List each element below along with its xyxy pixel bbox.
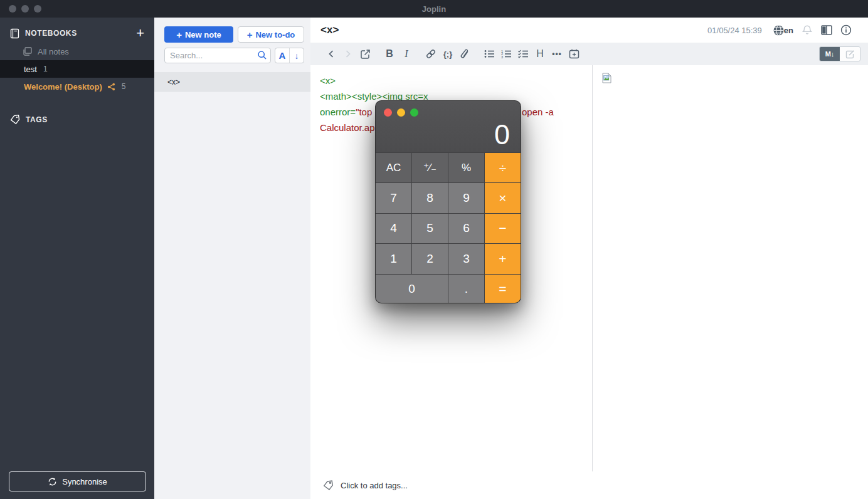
layout-toggle-icon[interactable]: [821, 25, 832, 35]
notebook-icon: [10, 28, 19, 39]
new-note-button[interactable]: + New note: [164, 26, 233, 43]
numbered-list-icon[interactable]: 123: [498, 46, 514, 61]
calc-close-button[interactable]: [384, 108, 392, 117]
calc-button-×[interactable]: ×: [485, 183, 521, 213]
joplin-window: Joplin NOTEBOOKS + All notes test 1 Welc…: [0, 0, 868, 499]
markdown-mode-button[interactable]: M↓: [820, 47, 840, 61]
calc-zoom-button[interactable]: [410, 108, 418, 117]
bold-button[interactable]: B: [381, 46, 398, 61]
tag-bar[interactable]: Click to add tags...: [310, 471, 868, 499]
calc-button-+[interactable]: +: [485, 244, 521, 273]
notebooks-header[interactable]: NOTEBOOKS +: [0, 24, 154, 43]
calculator-readout: 0: [494, 118, 510, 151]
notebook-welcome-count: 5: [122, 82, 126, 91]
calc-minimize-button[interactable]: [397, 108, 405, 117]
note-list-panel: + New note + New to-do A ↓ <x>: [154, 18, 310, 499]
calc-button-5[interactable]: 5: [412, 214, 448, 243]
attach-file-icon[interactable]: [457, 46, 473, 61]
notebook-welcome-label: Welcome! (Desktop): [24, 82, 102, 92]
code-segment: Calculator.ap: [320, 122, 375, 133]
calculator-window[interactable]: 0 AC⁺⁄₋%÷789×456−123+0.=: [375, 100, 521, 303]
editor-toolbar: B I {;} 123 H •••: [310, 43, 868, 65]
hyperlink-icon[interactable]: [423, 46, 439, 61]
checkbox-list-icon[interactable]: [515, 46, 531, 61]
tag-icon: [323, 480, 334, 491]
search-icon[interactable]: [257, 50, 267, 60]
tags-header[interactable]: TAGS: [0, 110, 154, 129]
code-segment: onerror=: [320, 107, 356, 117]
calc-button-%[interactable]: %: [448, 153, 484, 182]
code-segment: "top: [356, 107, 372, 117]
calc-button-4[interactable]: 4: [376, 214, 411, 243]
sync-icon: [48, 477, 57, 486]
window-title: Joplin: [422, 4, 446, 14]
minimize-window-button[interactable]: [21, 5, 29, 13]
forward-button[interactable]: [340, 46, 356, 61]
more-options-button[interactable]: •••: [549, 46, 565, 61]
add-tags-label[interactable]: Click to add tags...: [341, 481, 408, 490]
calc-button-6[interactable]: 6: [448, 214, 484, 243]
calc-button-=[interactable]: =: [485, 275, 521, 303]
note-list: <x>: [154, 72, 310, 92]
code-button[interactable]: {;}: [440, 46, 456, 61]
sidebar-item-all-notes[interactable]: All notes: [0, 43, 154, 60]
spellcheck-language-label[interactable]: en: [784, 26, 793, 35]
calc-button-7[interactable]: 7: [376, 183, 411, 213]
tags-header-label: TAGS: [26, 115, 144, 124]
calc-button-⁺⁄₋[interactable]: ⁺⁄₋: [412, 153, 448, 182]
code-line: <x>: [320, 73, 583, 88]
calc-button-AC[interactable]: AC: [376, 153, 411, 182]
close-window-button[interactable]: [9, 5, 16, 13]
zoom-window-button[interactable]: [34, 5, 41, 13]
plus-icon: +: [176, 30, 182, 39]
add-notebook-button[interactable]: +: [136, 27, 144, 39]
insert-datetime-icon[interactable]: [566, 46, 582, 61]
editor-mode-toggle: M↓: [819, 46, 860, 61]
alarm-bell-icon[interactable]: [802, 24, 813, 36]
search-input[interactable]: [164, 48, 271, 63]
calc-button-.[interactable]: .: [448, 275, 484, 303]
notebooks-header-label: NOTEBOOKS: [25, 29, 136, 38]
notebook-test-count: 1: [43, 65, 48, 73]
calc-button-8[interactable]: 8: [412, 183, 448, 213]
external-edit-icon[interactable]: [357, 46, 373, 61]
calc-button-÷[interactable]: ÷: [485, 153, 521, 182]
note-title[interactable]: <x>: [320, 24, 707, 36]
new-todo-label: New to-do: [255, 30, 295, 39]
sidebar-item-notebook-welcome[interactable]: Welcome! (Desktop) 5: [0, 78, 154, 95]
new-todo-button[interactable]: + New to-do: [238, 26, 304, 43]
bulleted-list-icon[interactable]: [481, 46, 497, 61]
notebook-test-label: test: [24, 65, 37, 74]
calculator-keypad: AC⁺⁄₋%÷789×456−123+0.=: [376, 152, 521, 303]
info-icon[interactable]: [840, 24, 852, 36]
note-item-title: <x>: [167, 78, 180, 87]
calc-button-−[interactable]: −: [485, 214, 521, 243]
window-controls[interactable]: [9, 5, 41, 13]
note-date: 01/05/24 15:39: [707, 26, 762, 35]
calculator-display: 0: [376, 101, 521, 152]
note-viewer: [593, 65, 868, 471]
code-segment: open -a: [522, 104, 554, 120]
calculator-window-controls[interactable]: [384, 108, 418, 117]
titlebar: Joplin: [0, 0, 868, 18]
sidebar-item-notebook-test[interactable]: test 1: [0, 60, 154, 78]
calc-button-9[interactable]: 9: [448, 183, 484, 213]
svg-text:3: 3: [501, 55, 503, 58]
sort-field-button[interactable]: A: [275, 48, 290, 63]
tag-icon: [10, 115, 20, 125]
italic-button[interactable]: I: [398, 46, 415, 61]
synchronise-button[interactable]: Synchronise: [9, 471, 146, 491]
all-notes-label: All notes: [38, 47, 69, 56]
richtext-mode-button[interactable]: [840, 47, 860, 61]
calc-button-0[interactable]: 0: [376, 275, 448, 303]
heading-button[interactable]: H: [532, 46, 548, 61]
calc-button-3[interactable]: 3: [448, 244, 484, 273]
note-list-item[interactable]: <x>: [154, 72, 310, 92]
globe-icon[interactable]: [773, 24, 785, 36]
back-button[interactable]: [323, 46, 339, 61]
calc-button-2[interactable]: 2: [412, 244, 448, 273]
calc-button-1[interactable]: 1: [376, 244, 411, 273]
share-icon: [107, 83, 115, 91]
sort-order-button[interactable]: ↓: [290, 51, 304, 61]
sort-control[interactable]: A ↓: [275, 48, 304, 63]
